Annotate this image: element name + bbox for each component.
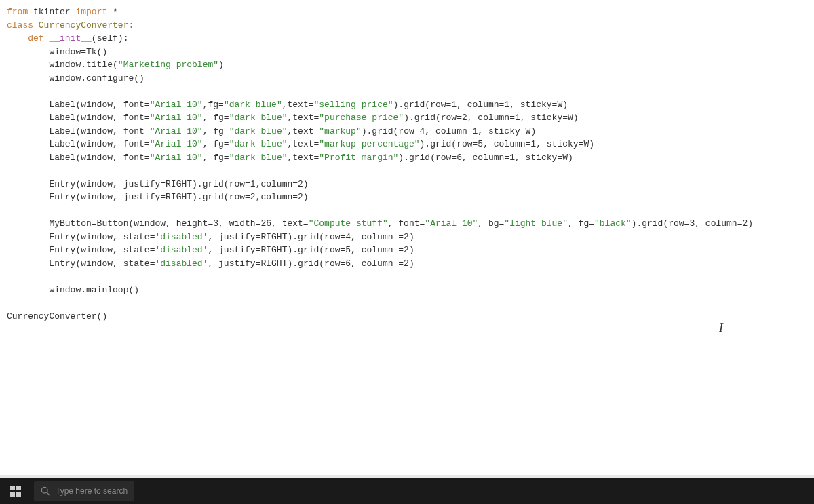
module-name: tkinter <box>28 7 75 17</box>
svg-rect-1 <box>16 486 21 490</box>
svg-rect-2 <box>10 492 15 497</box>
svg-line-5 <box>47 492 50 495</box>
windows-icon <box>10 486 21 497</box>
search-placeholder: Type here to search <box>56 485 128 497</box>
taskbar-search[interactable]: Type here to search <box>34 481 134 501</box>
start-button[interactable] <box>3 478 28 504</box>
svg-rect-0 <box>10 486 15 490</box>
string-literal: "Marketing problem" <box>118 60 218 70</box>
class-name: CurrencyConverter: <box>33 20 134 31</box>
code-editor[interactable]: from tkinter import * class CurrencyConv… <box>0 0 814 475</box>
svg-point-4 <box>41 487 47 493</box>
code-line: Entry(window, justify=RIGHT).grid(row=2,… <box>7 192 309 202</box>
svg-rect-3 <box>16 492 21 497</box>
keyword-from: from <box>7 7 28 17</box>
code-line: Entry(window, justify=RIGHT).grid(row=1,… <box>7 179 309 189</box>
search-icon <box>41 486 50 496</box>
keyword-class: class <box>7 20 33 31</box>
text-cursor-icon: I <box>719 319 723 337</box>
method-name: __init__ <box>44 33 92 43</box>
keyword-def: def <box>28 33 43 43</box>
code-line: window.configure() <box>7 73 144 83</box>
code-line: CurrencyConverter() <box>7 311 107 322</box>
import-star: * <box>107 7 118 17</box>
keyword-import: import <box>75 7 107 17</box>
code-line: window=Tk() <box>7 47 107 57</box>
taskbar: Type here to search <box>0 478 814 504</box>
code-line: window.mainloop() <box>7 285 139 295</box>
